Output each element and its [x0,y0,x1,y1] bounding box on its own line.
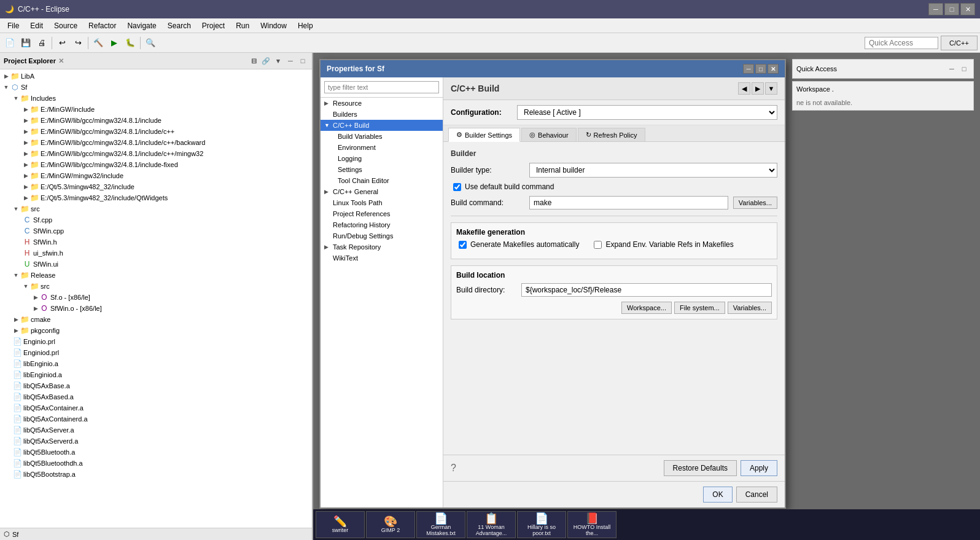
menu-run[interactable]: Run [231,20,254,31]
view-menu-button[interactable]: ▾ [273,55,284,66]
tree-item-libqt5axbase[interactable]: 📄 libQt5AxBase.a [0,380,312,391]
tab-refresh-policy[interactable]: ↻ Refresh Policy [578,128,645,141]
ok-button[interactable]: OK [703,487,732,503]
tree-item-libqt5bluetoothdh[interactable]: 📄 libQt5Bluetoothdh.a [0,458,312,469]
expand-env-checkbox[interactable] [594,241,602,249]
menu-search[interactable]: Search [163,20,196,31]
minimize-button[interactable]: ─ [928,3,943,15]
dialog-nav-back[interactable]: ◀ [738,82,750,95]
menu-refactor[interactable]: Refactor [84,20,121,31]
nav-resource[interactable]: ▶ Resource [321,98,443,109]
nav-linux-tools[interactable]: Linux Tools Path [321,197,443,208]
tree-item-sfo[interactable]: ▶ O Sf.o - [x86/le] [0,292,312,303]
apply-button[interactable]: Apply [741,460,777,476]
variables-button-1[interactable]: Variables... [733,197,777,209]
tree-item-libqt5axcontainer[interactable]: 📄 libQt5AxContainer.a [0,402,312,413]
search-toolbar-button[interactable]: 🔍 [143,36,158,50]
nav-project-refs[interactable]: Project References [321,208,443,219]
tree-item-uisfwin[interactable]: H ui_sfwin.h [0,248,312,259]
taskbar-howto[interactable]: 📕 HOWTO Install the... [567,511,616,538]
nav-refactoring[interactable]: Refactoring History [321,219,443,230]
tree-item-mingw-lib[interactable]: ▶ 📁 E:/MinGW/lib/gcc/mingw32/4.8.1/inclu… [0,115,312,126]
tree-item-libqt5axserver[interactable]: 📄 libQt5AxServer.a [0,425,312,436]
tab-builder-settings[interactable]: ⚙ Builder Settings [448,128,520,142]
filter-input[interactable] [324,81,439,93]
tree-item-sfwinh[interactable]: H SfWin.h [0,237,312,248]
maximize-button[interactable]: □ [944,3,959,15]
tree-item-libenginiod[interactable]: 📄 libEnginiod.a [0,369,312,380]
nav-toolchain-editor[interactable]: Tool Chain Editor [321,175,443,186]
nav-settings[interactable]: Settings [321,164,443,175]
tree-item-mingw-include[interactable]: ▶ 📁 E:/MinGW/include [0,104,312,115]
filesystem-button[interactable]: File system... [674,302,725,314]
tree-item-src[interactable]: ▼ 📁 src [0,203,312,214]
taskbar-woman[interactable]: 📋 11 Woman Advantage... [467,511,516,538]
quick-access-input[interactable] [865,37,938,49]
tree-item-libenginio[interactable]: 📄 libEnginio.a [0,358,312,369]
debug-button[interactable]: 🐛 [123,36,138,50]
taskbar-swriter[interactable]: ✏️ swriter [316,511,365,538]
collapse-all-button[interactable]: ⊟ [248,55,259,66]
tree-item-includes[interactable]: ▼ 📁 Includes [0,93,312,104]
tree-item-release[interactable]: ▼ 📁 Release [0,270,312,281]
redo-button[interactable]: ↪ [71,36,85,50]
minimize-panel-button[interactable]: ─ [285,55,296,66]
tab-behaviour[interactable]: ◎ Behaviour [521,128,577,141]
taskbar-hillary[interactable]: 📄 Hillary is so poor.txt [517,511,566,538]
dialog-nav-forward[interactable]: ▶ [752,82,764,95]
tree-item-sfwinui[interactable]: U SfWin.ui [0,259,312,270]
tree-item-mingw32-inc[interactable]: ▶ 📁 E:/MinGW/mingw32/include [0,170,312,181]
tree-item-qtwidgets[interactable]: ▶ 📁 E:/Qt/5.3/mingw482_32/include/QtWidg… [0,192,312,203]
tree-item-enginiod-prl[interactable]: 📄 Enginiod.prl [0,347,312,358]
builder-type-select[interactable]: Internal builder [529,163,777,178]
link-editor-button[interactable]: 🔗 [260,55,271,66]
variables-button-2[interactable]: Variables... [728,302,772,314]
nav-environment[interactable]: Environment [321,142,443,153]
tree-item-sfcpp[interactable]: C Sf.cpp [0,214,312,225]
tree-item-mingw-cpp[interactable]: ▶ 📁 E:/MinGW/lib/gcc/mingw32/4.8.1/inclu… [0,126,312,137]
menu-source[interactable]: Source [49,20,82,31]
menu-file[interactable]: File [2,20,24,31]
tree-item-sf[interactable]: ▼ ⬡ Sf [0,82,312,93]
tree-area[interactable]: ▶ 📁 LibA ▼ ⬡ Sf ▼ 📁 Includes ▶ [0,69,312,528]
build-button[interactable]: 🔨 [91,36,106,50]
dialog-close-button[interactable]: ✕ [768,64,779,74]
menu-navigate[interactable]: Navigate [122,20,161,31]
workspace-button[interactable]: Workspace... [621,302,672,314]
nav-wikitext[interactable]: WikiText [321,252,443,264]
print-button[interactable]: 🖨 [34,36,49,50]
build-dir-input[interactable] [521,283,772,297]
use-default-build-checkbox[interactable] [453,183,461,191]
build-cmd-input[interactable] [529,196,728,209]
gen-makefiles-checkbox[interactable] [459,241,467,249]
qap-max[interactable]: □ [959,63,970,74]
tree-item-libqt5bootstrap[interactable]: 📄 libQt5Bootstrap.a [0,469,312,480]
qap-min[interactable]: ─ [946,63,957,74]
taskbar-german[interactable]: 📄 German Mistakes.txt [416,511,465,538]
tree-item-mingw-fixed[interactable]: ▶ 📁 E:/MinGW/lib/gcc/mingw32/4.8.1/inclu… [0,159,312,170]
save-button[interactable]: 💾 [18,36,33,50]
dialog-maximize-button[interactable]: □ [755,64,766,74]
config-select[interactable]: Release [ Active ] [517,105,777,120]
tree-item-mingw32[interactable]: ▶ 📁 E:/MinGW/lib/gcc/mingw32/4.8.1/inclu… [0,148,312,159]
run-button[interactable]: ▶ [107,36,122,50]
nav-task-repo[interactable]: ▶ Task Repository [321,241,443,252]
menu-project[interactable]: Project [197,20,230,31]
tree-item-release-src[interactable]: ▼ 📁 src [0,281,312,292]
tree-item-libqt5axbased[interactable]: 📄 libQt5AxBased.a [0,391,312,402]
tree-item-libqt5axcontainerd[interactable]: 📄 libQt5AxContainerd.a [0,413,312,425]
tree-item-liba[interactable]: ▶ 📁 LibA [0,71,312,82]
nav-tree[interactable]: ▶ Resource Builders ▼ C/C++ Build [321,98,443,507]
close-button[interactable]: ✕ [960,3,975,15]
tree-item-cmake[interactable]: ▶ 📁 cmake [0,314,312,325]
tree-item-mingw-backward[interactable]: ▶ 📁 E:/MinGW/lib/gcc/mingw32/4.8.1/inclu… [0,137,312,148]
perspectives-button[interactable]: C/C++ [941,36,978,50]
tree-item-enginio-prl[interactable]: 📄 Enginio.prl [0,336,312,347]
nav-cppbuild[interactable]: ▼ C/C++ Build [321,120,443,131]
tree-item-sfwincpp[interactable]: C SfWin.cpp [0,225,312,237]
tree-item-qt53[interactable]: ▶ 📁 E:/Qt/5.3/mingw482_32/include [0,181,312,192]
dialog-minimize-button[interactable]: ─ [743,64,754,74]
tree-item-pkgconfig[interactable]: ▶ 📁 pkgconfig [0,325,312,336]
nav-logging[interactable]: Logging [321,153,443,164]
nav-build-variables[interactable]: Build Variables [321,131,443,142]
